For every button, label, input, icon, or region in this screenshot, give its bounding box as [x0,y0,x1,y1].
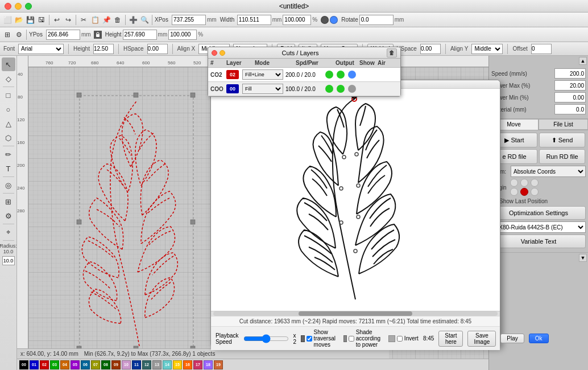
power-max-input[interactable] [554,80,586,91]
width-pct-input[interactable] [283,15,311,25]
window-close-button[interactable] [5,3,11,10]
cuts-delete-button[interactable]: 🗑 [387,48,397,57]
material-input[interactable] [554,104,586,114]
color-08[interactable]: 08 [101,360,110,369]
import-icon[interactable]: ↩ [52,15,62,25]
show-traversal-checkbox[interactable] [307,336,312,342]
export-icon[interactable]: ↪ [63,15,73,25]
color-10[interactable]: 10 [122,360,131,369]
color-dot-dark[interactable] [321,16,329,24]
ellipse-tool[interactable]: ○ [2,102,15,116]
more-icons[interactable]: ⊞ [2,30,13,40]
color-18[interactable]: 18 [204,360,213,369]
color-06[interactable]: 06 [81,360,90,369]
node-tool[interactable]: ◇ [2,72,15,85]
cuts-close-button[interactable] [212,50,217,56]
color-11[interactable]: 11 [132,360,141,369]
height-input[interactable] [123,30,157,40]
rect-tool[interactable]: □ [2,88,15,102]
color-00[interactable]: 00 [19,360,28,369]
speed-slider[interactable] [243,334,289,343]
color-13[interactable]: 13 [152,360,162,369]
radius-input[interactable] [2,256,15,265]
rotate-input[interactable] [359,15,394,25]
c00-show-dot[interactable] [337,85,345,93]
color-07[interactable]: 07 [91,360,100,369]
triangle-tool[interactable]: △ [2,117,15,130]
send-button[interactable]: ⬆ Send [539,133,585,147]
save-image-button[interactable]: Save Image [467,331,496,347]
origin-tc[interactable] [520,179,528,187]
co2-show-dot[interactable] [337,71,345,79]
text-tool[interactable]: T [2,162,15,175]
settings-icon[interactable]: ⚙ [14,30,24,40]
origin-tl[interactable] [510,179,518,187]
save-as-icon[interactable]: 🖫 [36,15,47,25]
zoom-icon[interactable]: 🔍 [139,15,150,25]
tab-file-list[interactable]: File List [539,119,588,130]
color-09[interactable]: 09 [111,360,121,369]
offset-input[interactable] [531,44,552,54]
color-04[interactable]: 04 [60,360,69,369]
color-12[interactable]: 12 [142,360,151,369]
hspace-input[interactable] [147,44,168,54]
power-min-input[interactable] [554,92,586,102]
copy-icon[interactable]: 📋 [90,15,100,25]
origin-ml[interactable] [510,188,518,196]
co2-output-dot[interactable] [325,71,333,79]
speed-input[interactable] [554,68,586,79]
color-02[interactable]: 02 [40,360,49,369]
color-15[interactable]: 15 [173,360,182,369]
color-01[interactable]: 01 [30,360,39,369]
play-button[interactable]: Play [500,334,524,343]
ypos-input[interactable] [46,30,80,40]
color-05[interactable]: 05 [71,360,80,369]
new-icon[interactable]: ⬜ [2,15,13,25]
optimization-button[interactable]: Optimization Settings [491,206,586,220]
run-rd-button[interactable]: Run RD file [539,149,585,164]
align-y-select[interactable]: Middle [471,44,503,54]
preview-scrollbar[interactable] [211,311,500,316]
ok-button[interactable]: Ok [529,334,549,343]
add-icon[interactable]: ➕ [128,15,138,25]
c00-output-dot[interactable] [325,85,333,93]
polygon-tool[interactable]: ⬡ [2,131,15,145]
pen-tool[interactable]: ✏ [2,147,15,161]
c00-air-dot[interactable] [348,85,356,93]
font-select[interactable]: Arial [18,44,64,54]
vspace-input[interactable] [420,44,441,54]
color-dot-blue[interactable] [330,16,338,24]
cuts-min-button[interactable] [220,50,225,56]
from-select[interactable]: Absolute Coords [511,166,586,177]
machine-select[interactable]: MX80-Ruida 6442S-B (EC) [491,221,586,233]
origin-tr[interactable] [531,179,539,187]
delete-icon[interactable]: 🗑 [113,15,123,25]
paste-icon[interactable]: 📌 [101,15,111,25]
scrollbar-track[interactable] [213,311,498,316]
origin-mr[interactable] [531,188,539,196]
c00-badge[interactable]: 00 [226,84,239,93]
width-input[interactable] [237,15,271,25]
window-maximize-button[interactable] [25,3,32,10]
color-03[interactable]: 03 [50,360,59,369]
grid-tool[interactable]: ⊞ [2,195,15,208]
scrollbar-thumb[interactable] [299,311,412,316]
co2-mode-select[interactable]: Fill+Line [242,69,283,80]
color-14[interactable]: 14 [163,360,172,369]
window-minimize-button[interactable] [15,3,22,10]
height-pct-input[interactable] [168,30,197,40]
variable-text-button[interactable]: Variable Text [491,235,586,248]
origin-center[interactable] [520,188,528,196]
lock-icon[interactable] [94,31,102,39]
color-19[interactable]: 19 [214,360,223,369]
save-icon[interactable]: 💾 [25,15,35,25]
start-here-button[interactable]: Start here [438,331,463,347]
co2-badge[interactable]: 02 [226,70,239,79]
cut-icon[interactable]: ✂ [78,15,89,25]
measure-tool[interactable]: ⌖ [2,225,15,239]
color-17[interactable]: 17 [193,360,202,369]
font-height-input[interactable] [93,44,114,54]
c00-mode-select[interactable]: Fill [242,84,283,94]
target-tool[interactable]: ◎ [2,178,15,192]
co2-air-dot[interactable] [348,71,356,79]
